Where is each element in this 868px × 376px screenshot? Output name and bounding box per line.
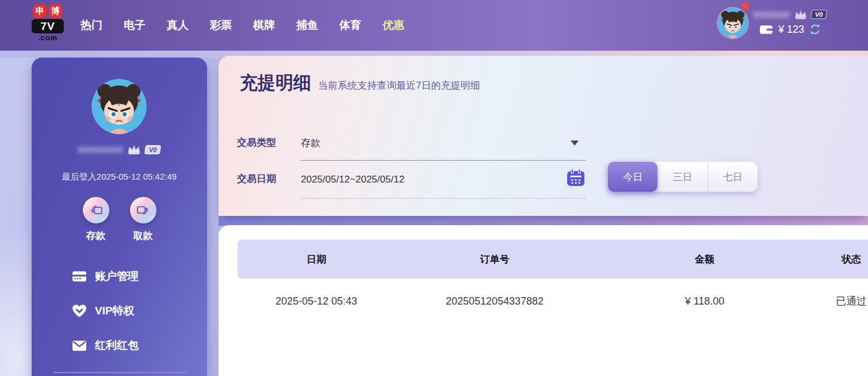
header-status: 状态 bbox=[815, 240, 868, 279]
type-select-underline bbox=[301, 160, 586, 161]
withdraw-button[interactable]: 取款 bbox=[130, 197, 156, 242]
nav-item-promo[interactable]: 优惠 bbox=[383, 18, 404, 33]
deposit-icon bbox=[89, 203, 104, 218]
sidebar-menu: 账户管理 VIP特权 红利红包 bbox=[32, 259, 207, 363]
notification-dot bbox=[742, 2, 750, 10]
sidebar-divider bbox=[53, 372, 187, 373]
vip-shield-icon bbox=[72, 304, 87, 318]
user-avatar[interactable] bbox=[717, 7, 749, 39]
nav-item-sports[interactable]: 体育 bbox=[339, 18, 361, 33]
logo-7v: 7V bbox=[32, 19, 64, 33]
wallet-icon bbox=[759, 24, 774, 35]
nav-user-cluster: ●●●●●● V0 ¥ 123 bbox=[717, 0, 868, 51]
nav-item-live[interactable]: 真人 bbox=[167, 18, 189, 33]
crown-icon bbox=[127, 145, 142, 155]
calendar-icon[interactable] bbox=[566, 168, 586, 188]
deposit-button[interactable]: 存款 bbox=[83, 197, 109, 242]
logo-char-bo: 博 bbox=[49, 5, 62, 18]
refresh-icon[interactable] bbox=[809, 23, 821, 36]
background-strip-middle bbox=[219, 215, 868, 226]
page-title: 充提明细 bbox=[240, 71, 311, 95]
nav-item-lottery[interactable]: 彩票 bbox=[210, 18, 232, 33]
sidebar-username-row: ●●●●●●● V0 bbox=[32, 144, 207, 155]
cell-date: 2025-05-12 05:43 bbox=[238, 279, 395, 324]
logo-top-row: 申 博 bbox=[32, 5, 64, 18]
sidebar-item-account[interactable]: 账户管理 bbox=[32, 259, 207, 294]
withdraw-icon bbox=[136, 203, 151, 218]
quick-actions: 存款 取款 bbox=[32, 197, 207, 242]
cell-amount: ¥ 118.00 bbox=[594, 279, 815, 324]
sidebar-item-label: 红利红包 bbox=[95, 338, 139, 353]
cell-order: 20250512054337882 bbox=[395, 279, 594, 324]
top-nav: 申 博 7V .com 热门 电子 真人 彩票 棋牌 捕鱼 体育 优惠 bbox=[0, 0, 868, 51]
withdraw-circle bbox=[130, 197, 156, 223]
site-logo[interactable]: 申 博 7V .com bbox=[32, 5, 64, 42]
tab-three-days[interactable]: 三日 bbox=[657, 162, 708, 192]
transaction-type-label: 交易类型 bbox=[237, 136, 276, 149]
nav-item-cards[interactable]: 棋牌 bbox=[253, 18, 275, 33]
withdraw-label: 取款 bbox=[133, 229, 153, 242]
sidebar-item-bonus[interactable]: 红利红包 bbox=[32, 328, 207, 363]
logo-char-shen: 申 bbox=[33, 5, 47, 18]
page: 申 博 7V .com 热门 电子 真人 彩票 棋牌 捕鱼 体育 优惠 bbox=[0, 0, 868, 376]
nav-item-hot[interactable]: 热门 bbox=[81, 18, 102, 33]
logo-com: .com bbox=[32, 33, 64, 42]
nav-item-fishing[interactable]: 捕鱼 bbox=[296, 18, 318, 33]
card-icon bbox=[72, 271, 87, 282]
transaction-type-select[interactable]: 存款 bbox=[301, 137, 320, 150]
sidebar: ●●●●●●● V0 最后登入2025-05-12 05:42:49 存款 bbox=[32, 58, 207, 376]
nav-username-blurred: ●●●●●● bbox=[754, 9, 790, 20]
title-row: 充提明细 当前系统支持查询最近7日的充提明细 bbox=[240, 71, 480, 95]
nav-balance-row: ¥ 123 bbox=[759, 23, 821, 36]
sidebar-item-vip[interactable]: VIP特权 bbox=[32, 294, 207, 328]
table-row: 2025-05-12 05:43 20250512054337882 ¥ 118… bbox=[238, 279, 868, 324]
envelope-icon bbox=[72, 340, 87, 352]
last-login-text: 最后登入2025-05-12 05:42:49 bbox=[32, 172, 207, 183]
avatar-image bbox=[718, 8, 748, 38]
table-header-row: 日期 订单号 金额 状态 bbox=[238, 240, 868, 279]
profile-avatar bbox=[91, 79, 147, 134]
header-date: 日期 bbox=[238, 240, 395, 279]
sidebar-item-label: 账户管理 bbox=[95, 269, 139, 284]
vip-level-badge: V0 bbox=[810, 10, 828, 19]
tab-today[interactable]: 今日 bbox=[608, 162, 657, 192]
chevron-down-icon[interactable] bbox=[571, 140, 579, 146]
transaction-date-label: 交易日期 bbox=[237, 173, 276, 185]
tab-seven-days[interactable]: 七日 bbox=[708, 162, 758, 192]
balance-amount: ¥ 123 bbox=[778, 24, 804, 36]
header-order: 订单号 bbox=[395, 240, 594, 279]
main-menu: 热门 电子 真人 彩票 棋牌 捕鱼 体育 优惠 bbox=[81, 0, 404, 51]
header-amount: 金额 bbox=[594, 240, 815, 279]
deposit-label: 存款 bbox=[86, 229, 106, 242]
deposit-circle bbox=[83, 197, 109, 223]
sidebar-username-blurred: ●●●●●●● bbox=[78, 144, 123, 155]
crown-icon bbox=[794, 10, 808, 20]
date-input-underline bbox=[301, 198, 586, 199]
page-subtitle: 当前系统支持查询最近7日的充提明细 bbox=[318, 79, 480, 92]
vip-level-badge: V0 bbox=[144, 145, 162, 154]
nav-username-row: ●●●●●● V0 bbox=[754, 9, 827, 20]
avatar-image bbox=[91, 79, 147, 134]
cell-status: 已通过 bbox=[815, 279, 868, 324]
filter-panel: 充提明细 当前系统支持查询最近7日的充提明细 交易类型 存款 交易日期 2025… bbox=[219, 56, 868, 216]
date-range-input[interactable]: 2025/05/12~2025/05/12 bbox=[301, 173, 404, 186]
records-table: 日期 订单号 金额 状态 2025-05-12 05:43 2025051205… bbox=[238, 240, 868, 324]
range-tabs: 今日 三日 七日 bbox=[608, 162, 758, 192]
sidebar-item-label: VIP特权 bbox=[95, 303, 135, 318]
records-panel: 日期 订单号 金额 状态 2025-05-12 05:43 2025051205… bbox=[219, 225, 868, 376]
nav-item-slots[interactable]: 电子 bbox=[124, 18, 146, 33]
